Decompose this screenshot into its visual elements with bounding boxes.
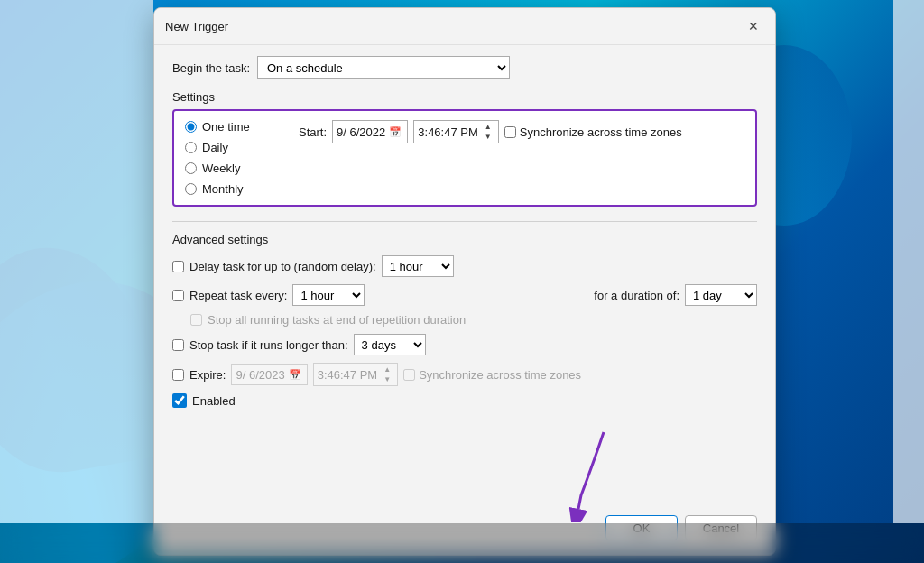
radio-daily-input[interactable] [185, 142, 197, 153]
radio-monthly-input[interactable] [185, 183, 197, 195]
radio-one-time-label: One time [202, 120, 250, 134]
settings-section-label: Settings [172, 90, 757, 104]
right-panel [893, 0, 924, 523]
stop-repetition-row: Stop all running tasks at end of repetit… [172, 313, 757, 327]
stop-repetition-label: Stop all running tasks at end of repetit… [208, 313, 466, 327]
stop-task-select[interactable]: 3 days [354, 334, 426, 355]
radio-one-time-input[interactable] [185, 121, 197, 133]
sync-timezone-checkbox[interactable] [504, 126, 516, 138]
expire-time-spinner[interactable]: ▲ ▼ [381, 365, 393, 384]
stop-task-row: Stop task if it runs longer than: 3 days [172, 334, 757, 355]
delay-task-select[interactable]: 1 hour [382, 255, 454, 277]
start-time-value: 3:46:47 PM [418, 125, 478, 139]
section-divider [172, 221, 757, 222]
delay-task-label: Delay task for up to (random delay): [189, 260, 376, 273]
delay-task-checkbox[interactable] [172, 261, 184, 272]
dialog-body: Begin the task: On a schedule Settings O… [154, 45, 775, 419]
expire-row: Expire: 9/ 6/2023 📅 3:46:47 PM ▲ ▼ Synch… [172, 363, 757, 386]
stop-task-checkbox[interactable] [172, 339, 184, 351]
begin-task-row: Begin the task: On a schedule [172, 56, 757, 79]
radio-weekly-input[interactable] [185, 162, 197, 174]
start-row: Start: 9/ 6/2022 📅 3:46:47 PM ▲ ▼ [299, 120, 744, 143]
left-panel [0, 0, 153, 523]
radio-one-time[interactable]: One time [185, 120, 284, 134]
settings-box: One time Daily Weekly Monthly Sta [172, 109, 757, 207]
repeat-task-label: Repeat task every: [189, 289, 287, 302]
expire-date-input[interactable]: 9/ 6/2023 📅 [231, 364, 307, 385]
duration-select[interactable]: 1 day [685, 284, 757, 306]
radio-weekly-label: Weekly [202, 162, 240, 175]
schedule-radio-group: One time Daily Weekly Monthly [185, 120, 284, 196]
radio-monthly[interactable]: Monthly [185, 182, 284, 196]
date-picker-button[interactable]: 📅 [387, 126, 403, 138]
repeat-task-row: Repeat task every: 1 hour for a duration… [172, 284, 757, 306]
sync-timezone-row[interactable]: Synchronize across time zones [504, 125, 682, 139]
taskbar [0, 523, 924, 563]
dialog-title: New Trigger [165, 20, 228, 33]
delay-task-row: Delay task for up to (random delay): 1 h… [172, 255, 757, 277]
expire-time-value: 3:46:47 PM [318, 368, 378, 382]
expire-checkbox[interactable] [172, 369, 184, 381]
expire-date-picker-button[interactable]: 📅 [287, 369, 303, 381]
radio-daily[interactable]: Daily [185, 141, 284, 154]
stop-task-label: Stop task if it runs longer than: [189, 338, 348, 352]
expire-time-up-button[interactable]: ▲ [381, 365, 393, 374]
radio-weekly[interactable]: Weekly [185, 162, 284, 175]
repeat-task-checkbox[interactable] [172, 290, 184, 301]
time-down-button[interactable]: ▼ [482, 132, 494, 142]
expire-sync-row[interactable]: Synchronize across time zones [403, 368, 581, 382]
advanced-settings-label: Advanced settings [172, 233, 757, 246]
time-up-button[interactable]: ▲ [482, 122, 494, 132]
expire-label: Expire: [189, 368, 226, 382]
enabled-row: Enabled [172, 393, 757, 408]
expire-time-input[interactable]: 3:46:47 PM ▲ ▼ [313, 363, 399, 386]
purple-arrow-annotation [541, 423, 622, 522]
expire-sync-label: Synchronize across time zones [419, 368, 581, 382]
enabled-checkbox[interactable] [172, 393, 187, 408]
dialog-titlebar: New Trigger ✕ [154, 8, 775, 45]
start-section: Start: 9/ 6/2022 📅 3:46:47 PM ▲ ▼ [284, 120, 744, 196]
expire-sync-checkbox[interactable] [403, 369, 415, 381]
begin-task-select[interactable]: On a schedule [257, 56, 510, 79]
begin-task-label: Begin the task: [172, 61, 250, 75]
duration-label: for a duration of: [594, 289, 679, 302]
start-date-value: 9/ 6/2022 [337, 125, 385, 139]
repeat-task-select[interactable]: 1 hour [292, 284, 365, 306]
start-label: Start: [299, 125, 327, 139]
radio-daily-label: Daily [202, 141, 228, 154]
time-spinner[interactable]: ▲ ▼ [482, 122, 494, 142]
start-date-input[interactable]: 9/ 6/2022 📅 [332, 120, 408, 143]
expire-date-value: 9/ 6/2023 [236, 368, 284, 382]
enabled-label: Enabled [192, 394, 236, 408]
radio-monthly-label: Monthly [202, 182, 244, 196]
stop-repetition-checkbox[interactable] [190, 314, 202, 326]
close-button[interactable]: ✕ [743, 15, 764, 37]
new-trigger-dialog: New Trigger ✕ Begin the task: On a sched… [153, 7, 776, 556]
sync-timezone-label: Synchronize across time zones [520, 125, 682, 139]
expire-time-down-button[interactable]: ▼ [381, 374, 393, 384]
start-time-input[interactable]: 3:46:47 PM ▲ ▼ [413, 120, 499, 143]
